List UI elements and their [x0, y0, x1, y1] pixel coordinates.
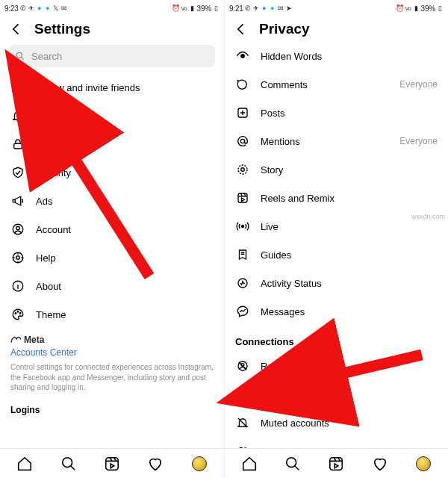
back-button[interactable]: [9, 22, 24, 37]
battery-icon: ▯: [212, 4, 220, 12]
whatsapp-icon: ✆: [244, 4, 252, 12]
label: Security: [36, 167, 214, 179]
palette-icon: [10, 307, 25, 322]
label: Story: [261, 164, 438, 176]
page-title: Settings: [34, 21, 90, 37]
svg-point-1: [14, 83, 18, 87]
privacy-item-guides[interactable]: Guides: [225, 240, 448, 269]
nav-profile-avatar[interactable]: [415, 456, 432, 472]
label: Ads: [36, 196, 214, 207]
svg-rect-27: [330, 457, 343, 470]
privacy-item-blocked[interactable]: Blocked accounts: [225, 380, 448, 409]
battery-text: 39%: [197, 4, 211, 13]
nav-reels-icon[interactable]: [104, 456, 120, 472]
search-icon: [15, 51, 25, 61]
search-input[interactable]: Search: [9, 45, 215, 67]
settings-item-about[interactable]: About: [0, 272, 224, 300]
label: Account: [36, 224, 214, 235]
accounts-center-link[interactable]: Accounts Center: [10, 347, 214, 358]
dot2-icon: ●: [44, 4, 52, 12]
logins-section-title: Logins: [0, 396, 224, 417]
label: Mentions: [261, 136, 389, 147]
settings-item-follow[interactable]: Follow and invite friends: [0, 73, 224, 102]
twitter-icon: 𝕏: [52, 4, 60, 12]
battery-text: 39%: [421, 4, 435, 13]
value: Everyone: [399, 79, 438, 90]
battery-icon: ▯: [436, 4, 444, 12]
svg-point-6: [16, 256, 20, 260]
back-button[interactable]: [234, 22, 249, 37]
dot-icon: ●: [36, 4, 43, 12]
settings-item-theme[interactable]: Theme: [0, 300, 224, 329]
label: Live: [261, 221, 438, 232]
status-time: 9:23: [4, 4, 19, 13]
privacy-item-messages[interactable]: Messages: [225, 297, 448, 326]
privacy-item-muted[interactable]: Muted accounts: [225, 409, 448, 437]
privacy-list: Hidden Words Comments Everyone Posts Men…: [225, 42, 448, 448]
mail-icon: ✉: [60, 4, 68, 12]
person-plus-icon: [10, 80, 25, 95]
label: Theme: [36, 309, 214, 320]
privacy-item-hidden-words[interactable]: Hidden Words: [225, 42, 448, 70]
nav-profile-avatar[interactable]: [191, 456, 208, 472]
nav-search-icon[interactable]: [284, 456, 301, 472]
nav-search-icon[interactable]: [60, 456, 77, 472]
status-bar: 9:21 ✆ ✈ ● ● ✉ ➤ ⏰ Vo ▮ 39% ▯: [225, 0, 448, 15]
nav-home-icon[interactable]: [16, 456, 33, 472]
privacy-item-posts[interactable]: Posts: [225, 99, 448, 127]
privacy-item-activity[interactable]: Activity Status: [225, 269, 448, 297]
live-icon: [235, 219, 250, 234]
svg-rect-12: [106, 457, 119, 470]
mail2-icon: ✉: [277, 4, 284, 12]
guides-icon: [235, 247, 250, 262]
svg-point-15: [240, 139, 244, 143]
signal-icon: ▮: [189, 4, 196, 12]
svg-point-9: [17, 311, 19, 313]
svg-point-26: [287, 457, 296, 467]
search-placeholder: Search: [31, 51, 62, 62]
svg-point-4: [16, 226, 20, 230]
settings-item-help[interactable]: Help: [0, 243, 224, 272]
svg-point-17: [241, 168, 245, 172]
label: Guides: [261, 249, 438, 261]
posts-icon: [235, 105, 250, 120]
privacy-item-following[interactable]: Accounts you follow: [225, 437, 448, 448]
label: Follow and invite friends: [36, 82, 214, 93]
label: Hidden Words: [261, 51, 438, 62]
meta-logo: Meta: [10, 335, 214, 345]
label: About: [36, 281, 214, 292]
label: Restricted accounts: [261, 361, 438, 372]
privacy-screen: 9:21 ✆ ✈ ● ● ✉ ➤ ⏰ Vo ▮ 39% ▯ Privacy: [224, 0, 448, 478]
privacy-item-story[interactable]: Story: [225, 155, 448, 184]
nav-home-icon[interactable]: [241, 456, 258, 472]
privacy-item-restricted[interactable]: Restricted accounts: [225, 352, 448, 380]
bottom-nav: [225, 448, 448, 478]
label: Activity Status: [261, 278, 438, 289]
label: Messages: [261, 306, 438, 317]
dot2-icon: ●: [269, 4, 276, 12]
header: Privacy: [225, 15, 448, 42]
volte-icon: Vo: [405, 4, 412, 12]
svg-point-16: [238, 165, 247, 174]
nav-heart-icon[interactable]: [147, 456, 164, 472]
privacy-item-mentions[interactable]: Mentions Everyone: [225, 127, 448, 155]
privacy-item-comments[interactable]: Comments Everyone: [225, 70, 448, 99]
bottom-nav: [0, 448, 224, 478]
connections-title: Connections: [225, 326, 448, 352]
settings-item-notifications[interactable]: Notifications: [0, 102, 224, 130]
settings-item-ads[interactable]: Ads: [0, 187, 224, 215]
settings-item-privacy[interactable]: Privacy: [0, 130, 224, 158]
label: Blocked accounts: [261, 389, 438, 400]
megaphone-icon: [10, 193, 25, 208]
telegram-icon: ✈: [252, 4, 260, 12]
muted-icon: [235, 415, 250, 430]
label: Privacy: [36, 139, 214, 150]
nav-heart-icon[interactable]: [372, 456, 388, 472]
nav-reels-icon[interactable]: [328, 456, 344, 472]
settings-item-account[interactable]: Account: [0, 215, 224, 243]
meta-description: Control settings for connected experienc…: [10, 362, 214, 393]
settings-item-security[interactable]: Security: [0, 158, 224, 187]
privacy-item-reels[interactable]: Reels and Remix: [225, 184, 448, 212]
volte-icon: Vo: [181, 4, 188, 12]
label: Notifications: [36, 111, 214, 122]
